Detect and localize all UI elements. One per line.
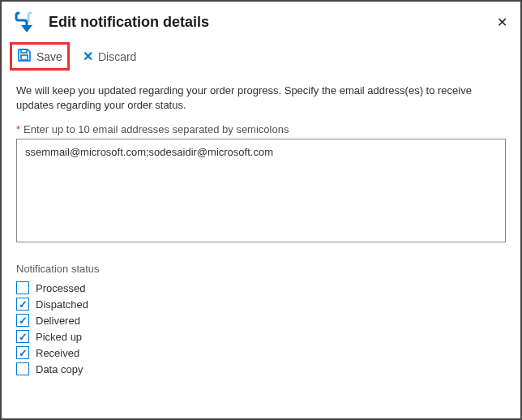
- description-text: We will keep you updated regarding your …: [16, 84, 506, 112]
- svg-rect-2: [21, 55, 28, 60]
- panel-title: Edit notification details: [49, 14, 494, 31]
- status-list: ProcessedDispatchedDeliveredPicked upRec…: [16, 281, 506, 375]
- status-row: Data copy: [16, 362, 506, 375]
- save-icon: [17, 48, 32, 65]
- status-checkbox[interactable]: [16, 362, 29, 375]
- status-row: Processed: [16, 281, 506, 294]
- panel-edit-notification: Edit notification details ✕ Save ✕ Disca…: [0, 0, 522, 420]
- status-checkbox[interactable]: [16, 330, 29, 343]
- status-label: Dispatched: [36, 298, 88, 311]
- databox-logo-icon: [13, 10, 41, 34]
- save-button-label: Save: [36, 50, 62, 63]
- save-button[interactable]: Save: [10, 42, 70, 71]
- status-label: Data copy: [36, 363, 83, 375]
- email-input[interactable]: [16, 139, 506, 242]
- svg-marker-0: [21, 25, 32, 32]
- status-row: Picked up: [16, 330, 506, 343]
- email-field-label: *Enter up to 10 email addresses separate…: [16, 123, 506, 135]
- status-label: Processed: [36, 282, 85, 294]
- discard-button-label: Discard: [98, 50, 136, 63]
- status-row: Received: [16, 346, 506, 359]
- status-checkbox[interactable]: [16, 346, 29, 359]
- panel-body: We will keep you updated regarding your …: [2, 79, 520, 375]
- status-label: Delivered: [36, 315, 80, 327]
- toolbar: Save ✕ Discard: [2, 41, 520, 79]
- status-label: Picked up: [36, 331, 82, 343]
- discard-icon: ✕: [83, 50, 93, 63]
- status-label: Received: [36, 347, 79, 359]
- status-checkbox[interactable]: [16, 298, 29, 311]
- status-row: Dispatched: [16, 298, 506, 311]
- panel-header: Edit notification details ✕: [2, 2, 520, 41]
- status-section-label: Notification status: [16, 263, 506, 275]
- svg-rect-1: [21, 49, 27, 53]
- close-icon[interactable]: ✕: [494, 15, 509, 30]
- required-asterisk: *: [16, 123, 20, 135]
- status-row: Delivered: [16, 314, 506, 327]
- status-checkbox[interactable]: [16, 281, 29, 294]
- status-checkbox[interactable]: [16, 314, 29, 327]
- discard-button[interactable]: ✕ Discard: [78, 47, 141, 66]
